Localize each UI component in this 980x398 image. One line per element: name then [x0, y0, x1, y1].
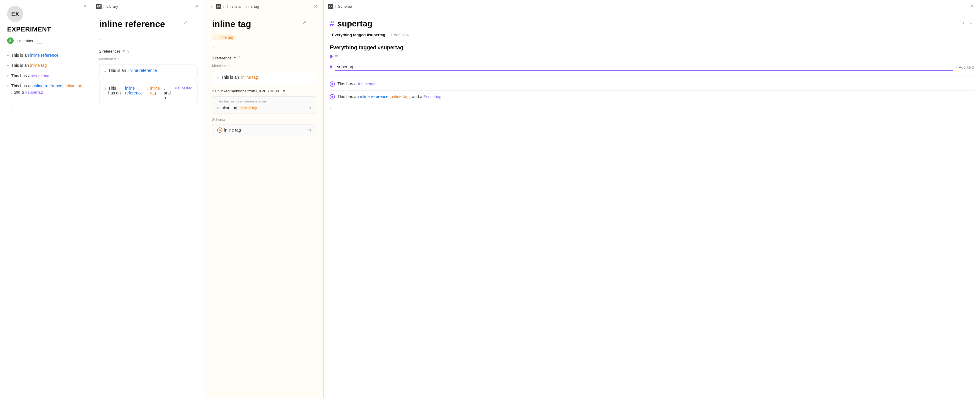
supertag-toolbar: ? ··· — [960, 20, 974, 27]
unlinked-link-button[interactable]: Link — [305, 106, 311, 110]
hash-icon-2: # — [25, 89, 27, 96]
inline-tag-panel-header: ‹ EX / This is an inline tag ✕ — [205, 0, 323, 13]
schema-item-icon: $ — [217, 127, 223, 133]
supertag-badge[interactable]: # supertag — [32, 73, 49, 79]
entry-1-supertag[interactable]: # supertag — [358, 81, 375, 87]
inline-tag-panel: ‹ EX / This is an inline tag ✕ inline ta… — [205, 0, 324, 398]
ref-card-2-link2[interactable]: inline tag — [150, 86, 162, 96]
ref-card-2-link1[interactable]: inline reference — [125, 86, 144, 96]
list-item-text: This is an inline reference — [11, 52, 84, 59]
unlinked-mentions-bar[interactable]: 2 unlinked mentions from EXPERIMENT ▾ — [212, 89, 316, 93]
supertag-field-input[interactable] — [335, 63, 953, 71]
entry-2-prefix: This has an — [337, 94, 360, 99]
supertag-main-tab[interactable]: Everything tagged #supertag — [329, 32, 388, 38]
hash-icon-3: # — [175, 86, 177, 90]
expand-icon[interactable]: ⤢ — [182, 19, 189, 26]
hash-icon-e1: # — [358, 81, 360, 87]
chevron-down-icon-3: ▾ — [234, 56, 236, 60]
list-item: This is an inline tag — [7, 62, 84, 69]
panel-3-back-button[interactable]: ‹ — [209, 3, 214, 10]
ref-count-label-3: 1 reference — [212, 56, 232, 60]
reference-card-2: This has an inline reference , inline ta… — [99, 82, 197, 104]
schema-item-row: $ inline tag Link — [217, 127, 311, 133]
entry-dot-inner-1 — [331, 83, 333, 85]
unlinked-item-label: inline tag — [221, 105, 237, 110]
chevron-down-icon: ▾ — [123, 49, 125, 53]
help-icon[interactable]: ? — [127, 49, 129, 54]
entry-2-supertag[interactable]: # supertag — [423, 94, 441, 100]
inline-reference-link-2[interactable]: inline reference — [34, 83, 62, 88]
unlinked-preview: This has an inline reference, inline... — [217, 100, 311, 103]
inline-reference-link[interactable]: inline reference — [30, 53, 59, 57]
unlinked-item-row: inline tag # inline tag Link — [217, 105, 311, 110]
breadcrumb-sep-4: / — [335, 4, 336, 9]
workspace-logo: EX — [7, 6, 23, 22]
list-item-prefix: This is an — [11, 63, 30, 68]
entry-dot-2 — [329, 94, 335, 100]
ref-count-bar-3[interactable]: 1 reference ▾ ? — [212, 56, 316, 60]
list-view-icon[interactable]: ≡ — [335, 54, 338, 59]
schema-item-label: inline tag — [224, 128, 241, 132]
workspace-name: EXPERIMENT — [7, 25, 84, 33]
empty-bullet — [100, 38, 102, 40]
list-item-text: This is an inline tag — [11, 62, 84, 68]
ref-card-2-comma: , — [147, 86, 148, 91]
supertag-panel: EX / Schema ✕ # supertag ? ··· Everythin… — [324, 0, 980, 398]
mentioned-in-label-3: Mentioned in... — [212, 64, 316, 68]
library-panel: EX / Library ✕ inline reference ⤢ ··· 2 … — [92, 0, 205, 398]
panel-3-close-button[interactable]: ✕ — [312, 3, 319, 10]
help-icon-3[interactable]: ? — [238, 56, 240, 60]
add-field-button[interactable]: + Add field — [956, 65, 974, 70]
empty-bullet-3 — [213, 47, 215, 48]
inline-tag-link-2[interactable]: inline tag — [66, 83, 82, 88]
inline-tag-ref-prefix: This is an — [221, 75, 239, 80]
entry-2-text: This has an inline reference , inline ta… — [337, 94, 974, 100]
inline-tag-ref-link[interactable]: inline tag — [242, 75, 258, 80]
breadcrumb-icon-3: EX — [216, 4, 221, 9]
mentioned-in-label: Mentioned in... — [99, 57, 197, 61]
more-icon-3[interactable]: ··· — [309, 19, 316, 26]
unlinked-card: This has an inline reference, inline... … — [212, 96, 316, 113]
unlinked-mentions-label: 2 unlinked mentions from EXPERIMENT — [212, 89, 281, 93]
supertag-header: # supertag ? ··· — [324, 13, 980, 30]
supertag-section-title: Everything tagged #supertag — [324, 40, 980, 54]
ref-card-1-prefix: This is an — [108, 68, 126, 73]
inline-tag-title: inline tag — [212, 19, 251, 29]
hash-icon: # — [32, 73, 33, 79]
ref-card-1-content: This is an inline reference — [104, 68, 192, 75]
entry-2-comma: , — [390, 94, 392, 99]
workspace-panel: ✕ EX EXPERIMENT S 1 member ... This is a… — [0, 0, 92, 398]
hash-icon-e2: # — [423, 94, 426, 100]
entry-1-text: This has a # supertag — [337, 81, 974, 87]
library-panel-header: EX / Library ✕ — [92, 0, 205, 13]
ref-card-1-link[interactable]: inline reference — [129, 68, 157, 73]
help-icon-4[interactable]: ? — [960, 20, 966, 27]
inline-tag-toolbar: ⤢ ··· — [301, 19, 316, 26]
library-page-title: inline reference — [99, 19, 165, 29]
schema-link-button[interactable]: Link — [305, 128, 311, 132]
add-view-button[interactable]: + Add view — [390, 33, 409, 37]
breadcrumb-title-3: This is an inline tag — [226, 4, 259, 9]
panel-1-close-button[interactable]: ✕ — [81, 3, 89, 10]
references-count-bar[interactable]: 2 references ▾ ? — [99, 49, 197, 54]
more-icon[interactable]: ··· — [191, 19, 197, 26]
supertag-label-2: supertag — [28, 89, 43, 96]
inline-tag-badge[interactable]: # inline tag — [212, 35, 235, 40]
ref-card-2-supertag[interactable]: # supertag — [175, 86, 192, 90]
panel-2-close-button[interactable]: ✕ — [193, 3, 200, 10]
supertag-fields-row: # + Add field — [324, 62, 980, 73]
schema-section-label: Schema — [212, 118, 316, 122]
entry-2-link2[interactable]: inline tag — [392, 94, 409, 99]
breadcrumb-icon-4: EX — [328, 4, 333, 9]
chevron-down-icon-unlinked: ▾ — [283, 89, 285, 93]
inline-tag-link[interactable]: inline tag — [30, 63, 47, 68]
expand-icon-3[interactable]: ⤢ — [301, 19, 308, 26]
member-more-button[interactable]: ... — [36, 38, 43, 44]
supertag-label-3: supertag — [177, 86, 192, 90]
supertag-badge-2[interactable]: # supertag — [25, 89, 43, 96]
entry-2-link1[interactable]: inline reference — [360, 94, 388, 99]
panel-4-close-button[interactable]: ✕ — [968, 3, 975, 10]
more-icon-4[interactable]: ··· — [967, 20, 974, 27]
schema-card: $ inline tag Link — [212, 124, 316, 136]
list-item-prefix: This has an — [11, 83, 34, 88]
